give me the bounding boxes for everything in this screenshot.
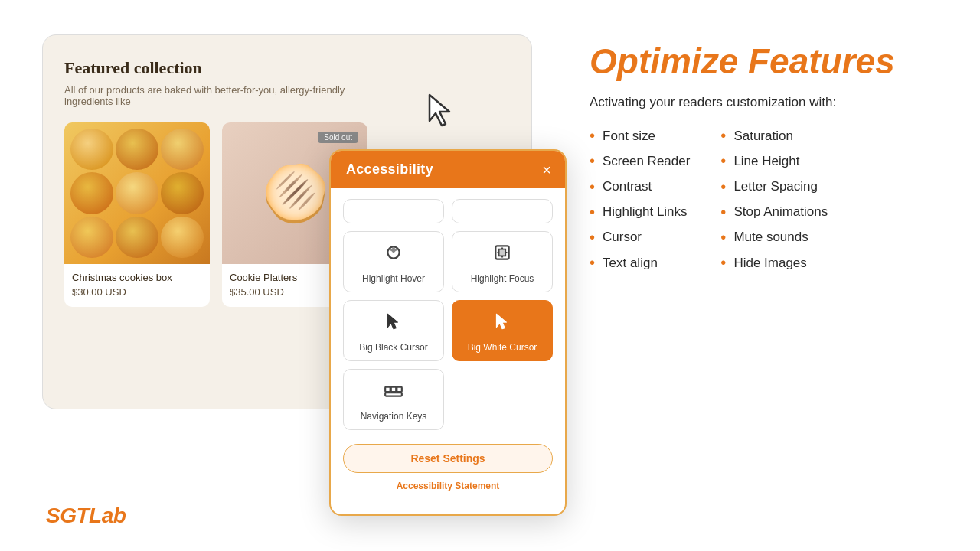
feature-saturation: • Saturation <box>720 126 828 146</box>
modal-body: Highlight Hover Highlight Focus <box>331 188 565 514</box>
features-col-1: • Font size • Screen Reader • Contrast •… <box>590 126 690 273</box>
product-info-1: Christmas cookies box $30.00 USD <box>64 264 210 307</box>
modal-header: Accessibility × <box>331 151 565 188</box>
highlight-hover-icon <box>384 243 403 267</box>
modal-title: Accessibility <box>346 161 433 178</box>
svg-rect-4 <box>397 387 402 393</box>
features-columns: • Font size • Screen Reader • Contrast •… <box>590 126 949 273</box>
feature-screen-reader: • Screen Reader <box>590 151 690 171</box>
partial-btn-2 <box>452 199 553 223</box>
cursor-overlay <box>425 92 456 129</box>
highlight-focus-label: Highlight Focus <box>471 273 534 284</box>
featured-collection-subtitle: All of our products are baked with bette… <box>64 84 394 107</box>
features-col-2: • Saturation • Line Height • Letter Spac… <box>720 126 828 273</box>
modal-close-button[interactable]: × <box>542 162 551 178</box>
feature-text-align: • Text align <box>590 253 690 273</box>
feature-contrast: • Contrast <box>590 176 690 197</box>
feature-hide-images: • Hide Images <box>720 253 828 273</box>
feature-row-3: Navigation Keys <box>343 369 553 430</box>
partial-btn-1 <box>343 199 444 223</box>
feature-font-size: • Font size <box>590 126 690 146</box>
product-name-1: Christmas cookies box <box>72 272 202 283</box>
feature-cursor: • Cursor <box>590 227 690 247</box>
optimize-features-title: Optimize Features <box>590 42 949 81</box>
right-panel: Optimize Features Activating your reader… <box>590 42 949 273</box>
product-card-1: Christmas cookies box $30.00 USD <box>64 122 210 307</box>
feature-row-2: Big Black Cursor Big White Cursor <box>343 300 553 361</box>
product-price-1: $30.00 USD <box>72 286 202 298</box>
big-black-cursor-icon <box>384 311 403 336</box>
navigation-keys-label: Navigation Keys <box>361 411 427 422</box>
navigation-keys-button[interactable]: Navigation Keys <box>343 369 444 430</box>
accessibility-modal: Accessibility × Highlight Hover <box>329 149 567 516</box>
big-white-cursor-button[interactable]: Big White Cursor <box>452 300 553 361</box>
feature-line-height: • Line Height <box>720 151 828 171</box>
highlight-focus-button[interactable]: Highlight Focus <box>452 231 553 292</box>
navigation-keys-icon <box>384 380 403 405</box>
product-image-1 <box>64 122 210 264</box>
svg-rect-2 <box>385 387 390 393</box>
highlight-focus-icon <box>492 243 512 267</box>
accessibility-statement-link[interactable]: Accessibility Statement <box>343 473 553 502</box>
highlight-hover-button[interactable]: Highlight Hover <box>343 231 444 292</box>
big-white-cursor-icon <box>492 311 512 336</box>
reset-settings-button[interactable]: Reset Settings <box>343 444 553 473</box>
big-black-cursor-label: Big Black Cursor <box>359 342 427 353</box>
feature-mute-sounds: • Mute sounds <box>720 227 828 247</box>
featured-collection-title: Featured collection <box>64 58 510 78</box>
big-white-cursor-label: Big White Cursor <box>468 342 537 353</box>
partial-feature-row <box>343 199 553 223</box>
feature-highlight-links: • Highlight Links <box>590 201 690 222</box>
svg-rect-3 <box>391 387 397 393</box>
highlight-hover-label: Highlight Hover <box>362 273 425 284</box>
activating-text: Activating your readers customization wi… <box>590 95 949 110</box>
sold-out-badge: Sold out <box>318 132 358 143</box>
feature-row-1: Highlight Hover Highlight Focus <box>343 231 553 292</box>
feature-stop-animations: • Stop Animations <box>720 201 828 222</box>
svg-rect-5 <box>385 393 402 396</box>
big-black-cursor-button[interactable]: Big Black Cursor <box>343 300 444 361</box>
feature-letter-spacing: • Letter Spacing <box>720 176 828 197</box>
sgtlab-logo: SGTLab <box>46 504 126 528</box>
